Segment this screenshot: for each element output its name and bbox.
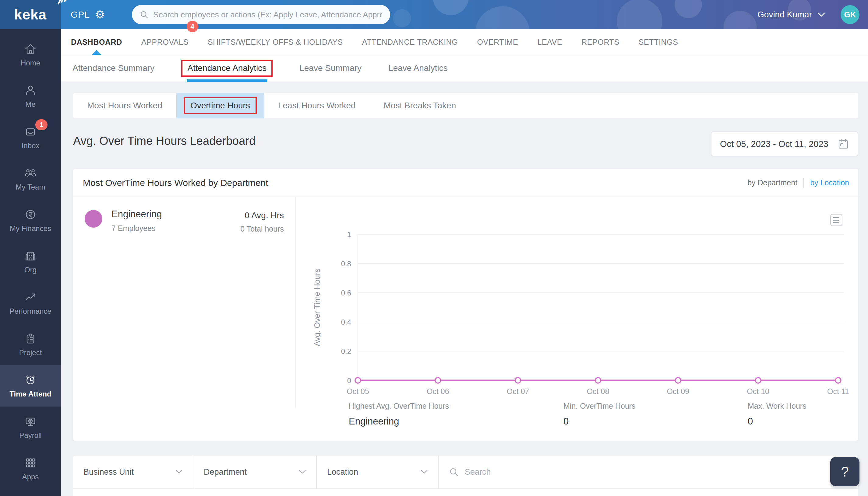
chart-canvas: 00.20.40.60.81Avg. Over Time HoursOct 05…	[311, 210, 856, 402]
tab-label: LEAVE	[537, 38, 562, 47]
view-by-location[interactable]: by Location	[810, 178, 849, 187]
trend-icon	[24, 291, 37, 304]
sidebar-item-payroll[interactable]: Payroll	[0, 406, 61, 448]
svg-text:Avg. Over Time Hours: Avg. Over Time Hours	[313, 268, 321, 346]
sidebar-item-apps[interactable]: Apps	[0, 448, 61, 489]
payroll-monitor-icon	[24, 415, 37, 428]
subtab-leave-analytics[interactable]: Leave Analytics	[388, 55, 448, 82]
home-icon	[24, 42, 37, 56]
svg-text:0.8: 0.8	[341, 260, 351, 268]
sidebar-item-project[interactable]: Project	[0, 324, 61, 365]
sidebar-item-home[interactable]: Home	[0, 34, 61, 76]
filter-bar: Business Unit Department Location	[73, 455, 858, 496]
main-nav: DASHBOARD APPROVALS 4 SHIFTS/WEEKLY OFFS…	[61, 29, 868, 55]
sidebar-item-label: My Finances	[10, 224, 51, 233]
tab-leave[interactable]: LEAVE	[537, 29, 562, 55]
department-avg-hours: 0 Avg. Hrs	[240, 211, 284, 220]
tab-reports[interactable]: REPORTS	[581, 29, 619, 55]
stat-label: Max. Work Hours	[748, 402, 807, 410]
sidebar-item-label: Performance	[10, 307, 51, 315]
segment-label: Least Hours Worked	[278, 101, 356, 110]
org-code[interactable]: GPL	[71, 0, 90, 29]
card-header: Most OverTime Hours Worked by Department…	[73, 169, 858, 197]
tab-label: DASHBOARD	[71, 38, 122, 47]
chevron-down-icon	[176, 470, 182, 474]
stat-min-overtime: Min. OverTime Hours 0	[564, 402, 635, 427]
tab-dashboard[interactable]: DASHBOARD	[71, 29, 122, 55]
location-dropdown[interactable]: Location	[317, 455, 438, 489]
segment-most-hours-worked[interactable]: Most Hours Worked	[73, 93, 176, 118]
svg-text:Oct 10: Oct 10	[747, 387, 769, 396]
card-title: Most OverTime Hours Worked by Department	[83, 178, 747, 188]
tab-label: APPROVALS	[141, 38, 189, 47]
tab-overtime[interactable]: OVERTIME	[477, 29, 518, 55]
list-item[interactable]: Engineering 7 Employees 0 Avg. Hrs 0 Tot…	[85, 209, 284, 233]
inbox-badge: 1	[35, 119, 47, 130]
subtab-leave-summary[interactable]: Leave Summary	[299, 55, 361, 82]
svg-text:0.2: 0.2	[341, 347, 351, 355]
analytics-segments: Most Hours Worked Overtime Hours Least H…	[73, 93, 858, 118]
subtab-attendance-analytics[interactable]: Attendance Analytics	[181, 55, 273, 82]
svg-text:Oct 08: Oct 08	[587, 387, 610, 396]
global-search[interactable]	[132, 5, 390, 24]
segment-least-hours-worked[interactable]: Least Hours Worked	[264, 93, 370, 118]
table-search-input[interactable]	[465, 467, 830, 477]
user-menu[interactable]: Govind Kumar	[758, 0, 825, 29]
logo-spark-icon	[57, 0, 69, 5]
tab-shifts[interactable]: SHIFTS/WEEKLY OFFS & HOLIDAYS	[208, 29, 343, 55]
clipboard-icon	[24, 332, 37, 345]
top-bar: keka GPL ⚙ Govind Kumar GK	[0, 0, 868, 29]
segment-most-breaks-taken[interactable]: Most Breaks Taken	[370, 93, 470, 118]
tab-label: REPORTS	[581, 38, 619, 47]
sidebar-item-label: Inbox	[21, 141, 40, 150]
avatar[interactable]: GK	[841, 5, 859, 24]
apps-grid-icon	[24, 456, 37, 469]
sidebar-item-label: Project	[19, 348, 42, 357]
chevron-down-icon	[299, 470, 306, 474]
tab-label: SETTINGS	[639, 38, 678, 47]
stat-label: Min. OverTime Hours	[564, 402, 635, 410]
stat-max-work-hours: Max. Work Hours 0	[748, 402, 807, 427]
annotation-box: Attendance Analytics	[181, 60, 273, 77]
tab-approvals[interactable]: APPROVALS 4	[141, 29, 189, 55]
sidebar-item-me[interactable]: Me	[0, 76, 61, 117]
tab-label: OVERTIME	[477, 38, 518, 47]
sidebar-item-label: Payroll	[19, 431, 41, 440]
user-name: Govind Kumar	[758, 10, 812, 19]
department-employees: 7 Employees	[111, 224, 240, 233]
sidebar-item-time-attend[interactable]: Time Attend	[0, 365, 61, 406]
page-title: Avg. Over Time Hours Leaderboard	[73, 135, 256, 148]
svg-text:Oct 06: Oct 06	[427, 387, 449, 396]
sidebar-item-org[interactable]: Org	[0, 241, 61, 282]
sidebar-item-label: Me	[25, 100, 35, 109]
tab-attendance-tracking[interactable]: ATTENDANCE TRACKING	[362, 29, 458, 55]
sidebar-item-label: My Team	[16, 183, 45, 191]
overtime-by-department-card: Most OverTime Hours Worked by Department…	[73, 169, 858, 440]
dropdown-label: Business Unit	[84, 467, 134, 477]
date-range-picker[interactable]: Oct 05, 2023 - Oct 11, 2023	[711, 131, 858, 156]
tab-settings[interactable]: SETTINGS	[639, 29, 678, 55]
view-by-department[interactable]: by Department	[747, 178, 797, 187]
department-dropdown[interactable]: Department	[193, 455, 317, 489]
table-search[interactable]	[438, 455, 858, 489]
segment-overtime-hours[interactable]: Overtime Hours	[176, 93, 264, 118]
sidebar-item-my-finances[interactable]: My Finances	[0, 200, 61, 241]
department-color-dot	[85, 210, 102, 228]
dropdown-label: Location	[327, 467, 358, 477]
global-search-input[interactable]	[153, 10, 382, 19]
sidebar-item-performance[interactable]: Performance	[0, 282, 61, 324]
department-list: Engineering 7 Employees 0 Avg. Hrs 0 Tot…	[73, 197, 296, 408]
dashboard-subnav: Attendance Summary Attendance Analytics …	[61, 55, 868, 82]
subtab-attendance-summary[interactable]: Attendance Summary	[73, 55, 154, 82]
gear-icon[interactable]: ⚙	[95, 0, 105, 29]
help-button[interactable]: ?	[830, 457, 859, 486]
sidebar-item-inbox[interactable]: 1 Inbox	[0, 117, 61, 158]
sidebar-item-label: Home	[21, 59, 40, 67]
subtab-label: Leave Analytics	[388, 63, 448, 73]
alarm-clock-icon	[24, 373, 37, 387]
subtab-label: Attendance Summary	[73, 63, 154, 73]
sidebar-item-label: Apps	[22, 472, 39, 481]
keka-logo[interactable]: keka	[0, 0, 61, 29]
business-unit-dropdown[interactable]: Business Unit	[73, 455, 193, 489]
sidebar-item-my-team[interactable]: My Team	[0, 158, 61, 200]
